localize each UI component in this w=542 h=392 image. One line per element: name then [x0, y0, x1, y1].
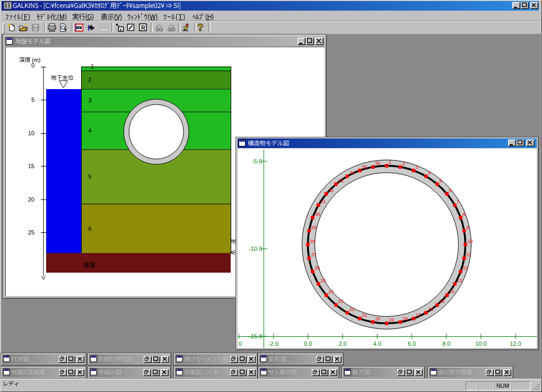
svg-text:4.0: 4.0	[373, 341, 381, 347]
svg-text:27: 27	[311, 252, 317, 257]
svg-text:16: 16	[428, 307, 433, 312]
svg-text:11: 11	[466, 252, 471, 257]
svg-text:26: 26	[315, 265, 320, 271]
svg-text:7: 7	[457, 199, 460, 204]
svg-text:8: 8	[463, 212, 466, 217]
svg-text:0.0: 0.0	[304, 341, 312, 347]
svg-text:17: 17	[416, 312, 421, 318]
svg-text:z: z	[120, 27, 122, 32]
svg-text:19: 19	[389, 317, 394, 323]
svg-text:35: 35	[362, 164, 367, 170]
svg-text:36: 36	[375, 161, 380, 166]
svg-text:-5.0: -5.0	[252, 158, 262, 164]
svg-text:2: 2	[403, 161, 405, 166]
svg-text:12.0: 12.0	[510, 341, 521, 347]
svg-text:14: 14	[449, 289, 454, 294]
svg-text:18: 18	[403, 316, 408, 321]
svg-text:22: 22	[349, 307, 355, 312]
svg-text:25: 25	[320, 278, 326, 283]
svg-text:21: 21	[362, 312, 367, 318]
svg-text:33: 33	[338, 178, 344, 184]
svg-text:4: 4	[428, 170, 431, 176]
svg-text:-10.0: -10.0	[249, 246, 262, 252]
svg-text:6: 6	[449, 188, 452, 193]
svg-text:R: R	[141, 24, 145, 31]
svg-text:29: 29	[311, 225, 317, 230]
svg-text:0: 0	[239, 341, 242, 347]
svg-text:10: 10	[468, 239, 473, 244]
svg-text:9: 9	[466, 225, 469, 230]
svg-text:6.0: 6.0	[408, 341, 416, 347]
svg-text:3: 3	[416, 164, 418, 170]
svg-text:24: 24	[328, 289, 334, 294]
svg-text:23: 23	[338, 299, 344, 304]
svg-text:8.0: 8.0	[442, 341, 450, 347]
svg-text:15: 15	[440, 299, 445, 304]
svg-text:32: 32	[328, 188, 334, 193]
svg-text:12: 12	[463, 265, 468, 271]
svg-text:2.0: 2.0	[338, 341, 346, 347]
svg-text:30: 30	[315, 212, 320, 217]
svg-text:1: 1	[389, 160, 391, 165]
svg-text:?: ?	[197, 22, 204, 33]
svg-text:13: 13	[457, 278, 462, 283]
svg-text:20: 20	[375, 316, 380, 321]
svg-text:31: 31	[320, 199, 326, 204]
svg-text:34: 34	[349, 170, 355, 176]
svg-text:5: 5	[440, 178, 442, 184]
svg-text:10.0: 10.0	[475, 341, 486, 347]
svg-text:28: 28	[310, 239, 316, 244]
svg-text:-15.0: -15.0	[249, 333, 262, 339]
svg-text:-2.0: -2.0	[268, 341, 278, 347]
